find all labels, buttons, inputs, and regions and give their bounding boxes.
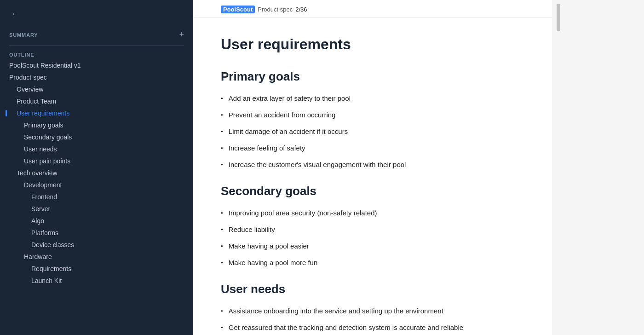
outline-label: OUTLINE: [0, 48, 193, 59]
list-item: Get reassured that the tracking and dete…: [221, 322, 524, 333]
bullet-list-secondary-goals: Improving pool area security (non-safety…: [221, 208, 524, 268]
doc-breadcrumb: Product spec: [258, 6, 293, 13]
doc-container: PoolScout Product spec 2/36 User require…: [193, 0, 552, 335]
sidebar-item-user-pain-points[interactable]: User pain points: [0, 155, 193, 167]
summary-plus-button[interactable]: +: [179, 30, 184, 40]
section-user-needs: User needsAssistance onboarding into the…: [221, 282, 524, 335]
sidebar-nav: PoolScout Residential v1Product specOver…: [0, 59, 193, 287]
sidebar-item-primary-goals[interactable]: Primary goals: [0, 119, 193, 131]
list-item: Increase the customer's visual engagemen…: [221, 159, 524, 170]
sidebar-item-tech-overview[interactable]: Tech overview: [0, 167, 193, 179]
sidebar: ← SUMMARY + OUTLINE PoolScout Residentia…: [0, 0, 193, 335]
list-item: Limit damage of an accident if it occurs: [221, 126, 524, 137]
sidebar-item-hardware[interactable]: Hardware: [0, 251, 193, 263]
section-primary-goals: Primary goalsAdd an extra layer of safet…: [221, 69, 524, 170]
sidebar-item-device-classes[interactable]: Device classes: [0, 239, 193, 251]
list-item: Improving pool area security (non-safety…: [221, 208, 524, 219]
sidebar-item-frontend[interactable]: Frontend: [0, 191, 193, 203]
back-button[interactable]: ←: [9, 7, 21, 21]
section-title-user-needs: User needs: [221, 282, 524, 296]
sidebar-item-development[interactable]: Development: [0, 179, 193, 191]
sidebar-item-user-requirements[interactable]: User requirements: [0, 107, 193, 119]
sidebar-item-user-needs[interactable]: User needs: [0, 143, 193, 155]
sidebar-item-overview[interactable]: Overview: [0, 83, 193, 95]
sidebar-top: ←: [0, 0, 193, 25]
main-wrapper: PoolScout Product spec 2/36 User require…: [193, 0, 644, 335]
bullet-list-user-needs: Assistance onboarding into the service a…: [221, 306, 524, 335]
doc-header: PoolScout Product spec 2/36: [193, 0, 552, 17]
sidebar-item-product-spec[interactable]: Product spec: [0, 71, 193, 83]
list-item: Make having a pool more fun: [221, 257, 524, 268]
scrollbar-thumb[interactable]: [557, 4, 560, 31]
sidebar-item-requirements[interactable]: Requirements: [0, 263, 193, 275]
list-item: Make having a pool easier: [221, 241, 524, 252]
sidebar-item-server[interactable]: Server: [0, 203, 193, 215]
sidebar-item-product-team[interactable]: Product Team: [0, 95, 193, 107]
page-title: User requirements: [221, 36, 524, 53]
section-title-primary-goals: Primary goals: [221, 69, 524, 84]
doc-content: User requirements Primary goalsAdd an ex…: [193, 17, 552, 335]
list-item: Assistance onboarding into the service a…: [221, 306, 524, 317]
list-item: Increase feeling of safety: [221, 143, 524, 154]
sidebar-item-platforms[interactable]: Platforms: [0, 227, 193, 239]
doc-page: 2/36: [295, 6, 307, 13]
doc-brand: PoolScout: [221, 6, 255, 13]
sidebar-item-secondary-goals[interactable]: Secondary goals: [0, 131, 193, 143]
section-secondary-goals: Secondary goalsImproving pool area secur…: [221, 184, 524, 268]
section-title-secondary-goals: Secondary goals: [221, 184, 524, 198]
right-gutter: [552, 0, 561, 335]
summary-section: SUMMARY +: [0, 25, 193, 42]
sidebar-item-algo[interactable]: Algo: [0, 215, 193, 227]
list-item: Add an extra layer of safety to their po…: [221, 93, 524, 104]
sidebar-item-launch-kit[interactable]: Launch Kit: [0, 275, 193, 287]
sidebar-divider: [9, 45, 184, 46]
list-item: Prevent an accident from occurring: [221, 110, 524, 121]
list-item: Reduce liability: [221, 224, 524, 235]
summary-label: SUMMARY: [9, 32, 38, 38]
sidebar-item-poolscout-residential[interactable]: PoolScout Residential v1: [0, 59, 193, 71]
bullet-list-primary-goals: Add an extra layer of safety to their po…: [221, 93, 524, 170]
